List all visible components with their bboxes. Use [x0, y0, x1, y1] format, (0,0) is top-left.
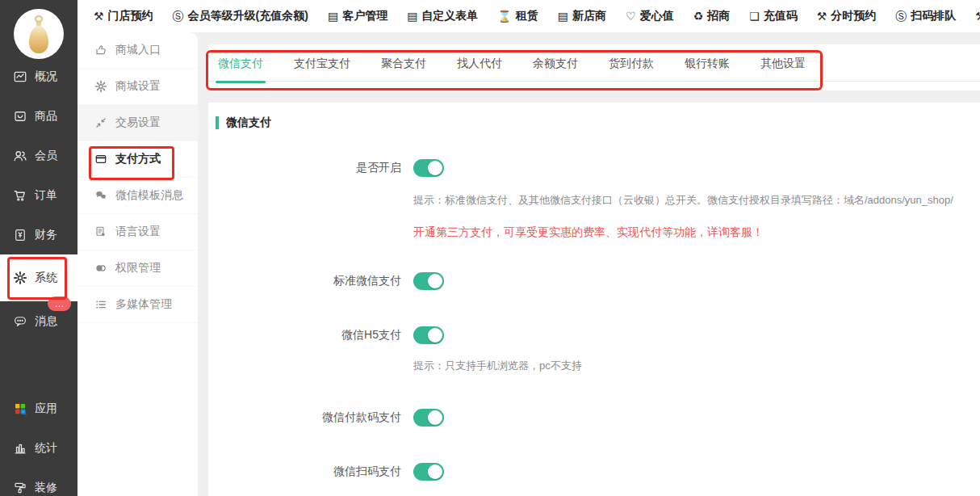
topbar-item-partial[interactable]: ⚒	[975, 11, 980, 22]
topbar-item-member-upgrade[interactable]: Ⓢ 会员等级升级(充值余额)	[173, 9, 308, 23]
form-row-qrcode-pay: 微信扫码支付	[208, 463, 980, 481]
paint-roller-icon	[13, 481, 27, 495]
submenu-item-trade-settings[interactable]: 交易设置	[77, 105, 198, 141]
hammer-icon: ⚒	[975, 11, 980, 22]
topbar-item-investment[interactable]: ♻ 招商	[693, 9, 731, 23]
switch-knob	[428, 274, 442, 288]
message-notification-badge: …	[48, 296, 71, 311]
sidebar-item-orders[interactable]: 订单	[0, 175, 77, 215]
form-icon: ▤	[407, 11, 417, 22]
topbar-item-label: 爱心值	[640, 9, 674, 23]
sidebar-item-apps[interactable]: 应用	[0, 389, 77, 428]
payment-tabs: 微信支付 支付宝支付 聚合支付 找人代付 余额支付 货到付款 银行转账 其他设置	[208, 44, 980, 82]
topbar-item-store-booking[interactable]: ⚒ 门店预约	[94, 9, 153, 23]
tab-wechat-pay[interactable]: 微信支付	[218, 44, 263, 82]
tab-other-settings[interactable]: 其他设置	[760, 44, 806, 82]
sidebar-nav: 概况 商品 会员 订单 财务 系统 消息 应用	[0, 57, 77, 496]
language-doc-icon	[94, 225, 107, 238]
sidebar-item-decorate[interactable]: 装修	[0, 468, 77, 496]
topbar-item-label: 扫码排队	[911, 9, 956, 23]
enable-hint-text: 提示：标准微信支付、及其他微信支付接口（云收银）总开关。微信支付授权目录填写路径…	[413, 193, 980, 208]
sidebar-item-finance[interactable]: 财务	[0, 215, 77, 254]
sidebar-spacer	[0, 341, 77, 389]
section-accent-bar	[216, 116, 219, 129]
switch-knob	[428, 161, 442, 175]
bar-chart-icon	[13, 441, 27, 456]
heart-icon: ♡	[626, 11, 636, 22]
hammer-icon: ⚒	[94, 11, 104, 22]
users-icon	[13, 149, 27, 163]
topbar-item-new-store[interactable]: ▤ 新店商	[558, 9, 606, 23]
shop-avatar[interactable]	[14, 9, 64, 59]
topbar-item-time-booking[interactable]: ⚒ 分时预约	[817, 9, 877, 23]
field-label: 是否开启	[208, 161, 401, 175]
topbar-item-label: 会员等级升级(充值余额)	[188, 9, 308, 23]
submenu-item-language-settings[interactable]: 语言设置	[77, 214, 198, 250]
topbar-item-label: 租赁	[516, 9, 538, 23]
gear-icon	[94, 80, 107, 93]
form-row-enable: 是否开启	[208, 159, 980, 177]
topbar-item-recharge-code[interactable]: ❏ 充值码	[749, 9, 798, 23]
apps-grid-icon	[13, 401, 27, 416]
topbar-item-label: 自定义表单	[421, 9, 478, 23]
section-header: 微信支付	[216, 116, 980, 130]
yen-book-icon	[13, 228, 27, 242]
thumb-up-icon	[94, 44, 107, 57]
section-title: 微信支付	[226, 116, 271, 130]
form-icon: ▤	[328, 11, 338, 22]
submenu-item-payment-methods[interactable]: 支付方式	[77, 141, 198, 178]
hourglass-icon: ⌛	[497, 11, 511, 22]
topbar-item-label: 充值码	[764, 9, 798, 23]
topbar-item-label: 招商	[707, 9, 730, 23]
submenu-item-mall-settings[interactable]: 商城设置	[77, 69, 198, 105]
toggle-h5-pay-switch[interactable]	[413, 326, 444, 344]
h5-hint-text: 提示：只支持手机浏览器，pc不支持	[413, 359, 980, 373]
tab-proxy-pay[interactable]: 找人代付	[457, 44, 502, 82]
list-icon	[94, 298, 107, 311]
switch-knob	[428, 328, 442, 343]
sidebar-item-members[interactable]: 会员	[0, 136, 77, 175]
recycle-icon: ♻	[693, 11, 704, 22]
toggle-enable-switch[interactable]	[413, 159, 444, 177]
field-label: 微信付款码支付	[208, 410, 401, 425]
sidebar-item-system[interactable]: 系统	[0, 254, 77, 301]
toggle-qrcode-pay-switch[interactable]	[413, 463, 444, 481]
sidebar-item-overview[interactable]: 概况	[0, 57, 77, 96]
s-circle-icon: Ⓢ	[895, 11, 907, 22]
shopping-bag-icon	[13, 109, 27, 124]
submenu-item-media-mgmt[interactable]: 多媒体管理	[77, 287, 198, 323]
submenu-item-mall-entrance[interactable]: 商城入口	[77, 32, 198, 69]
wechat-pay-settings-card: 微信支付 是否开启 提示：标准微信支付、及其他微信支付接口（云收银）总开关。微信…	[208, 103, 980, 496]
toggle-standard-wechat-switch[interactable]	[413, 272, 444, 290]
submenu-item-wechat-template[interactable]: 微信模板消息	[77, 178, 198, 214]
sidebar-item-goods[interactable]: 商品	[0, 96, 77, 136]
topbar: ⚒ 门店预约 Ⓢ 会员等级升级(充值余额) ▤ 客户管理 ▤ 自定义表单 ⌛ 租…	[77, 0, 980, 32]
payment-tabs-card: 微信支付 支付宝支付 聚合支付 找人代付 余额支付 货到付款 银行转账 其他设置	[208, 44, 980, 90]
wechat-bubbles-icon	[94, 189, 107, 202]
topbar-item-leasing[interactable]: ⌛ 租赁	[497, 9, 538, 23]
credit-card-icon	[94, 153, 107, 166]
overlapping-circles-icon	[94, 262, 107, 275]
topbar-item-label: 分时预约	[831, 9, 876, 23]
line-chart-icon	[13, 69, 27, 84]
s-circle-icon: Ⓢ	[173, 11, 184, 22]
hammer-icon: ⚒	[817, 11, 827, 22]
toggle-micropay-switch[interactable]	[413, 409, 444, 427]
topbar-item-love-value[interactable]: ♡ 爱心值	[626, 9, 674, 23]
tab-cod[interactable]: 货到付款	[609, 44, 654, 82]
topbar-item-custom-form[interactable]: ▤ 自定义表单	[407, 9, 478, 23]
form-row-micropay: 微信付款码支付	[208, 409, 980, 427]
main-content: 微信支付 支付宝支付 聚合支付 找人代付 余额支付 货到付款 银行转账 其他设置…	[198, 32, 980, 496]
tab-balance-pay[interactable]: 余额支付	[533, 44, 578, 82]
topbar-item-label: 新店商	[572, 9, 606, 23]
field-label: 微信H5支付	[208, 328, 401, 343]
system-submenu: 商城入口 商城设置 交易设置 支付方式 微信模板消息 语言设置 权限管理 多媒体…	[77, 32, 198, 496]
tab-aggregate-pay[interactable]: 聚合支付	[381, 44, 426, 82]
topbar-item-customer-mgmt[interactable]: ▤ 客户管理	[328, 9, 387, 23]
submenu-item-permission-mgmt[interactable]: 权限管理	[77, 250, 198, 287]
switch-knob	[428, 464, 442, 479]
tab-alipay[interactable]: 支付宝支付	[294, 44, 350, 82]
topbar-item-scan-queue[interactable]: Ⓢ 扫码排队	[895, 9, 956, 23]
sidebar-item-stats[interactable]: 统计	[0, 428, 77, 468]
tab-bank-transfer[interactable]: 银行转账	[685, 44, 730, 82]
